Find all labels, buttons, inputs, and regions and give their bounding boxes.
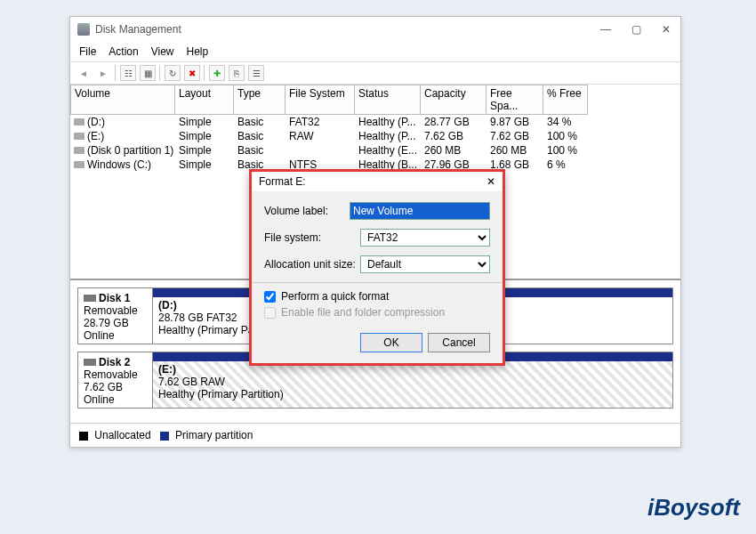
- col-free[interactable]: Free Spa...: [487, 85, 543, 115]
- drive-icon: [74, 133, 84, 140]
- legend-unallocated-swatch: [79, 432, 88, 441]
- col-type[interactable]: Type: [234, 85, 286, 115]
- dialog-titlebar: Format E: ✕: [252, 172, 503, 191]
- legend-primary-label: Primary partition: [175, 429, 253, 441]
- quick-format-checkbox[interactable]: [264, 291, 276, 303]
- disk-icon: [84, 359, 96, 366]
- new-icon[interactable]: ✚: [209, 65, 225, 81]
- legend-primary-swatch: [160, 432, 169, 441]
- window-title: Disk Management: [95, 23, 599, 36]
- drive-icon: [74, 118, 84, 125]
- titlebar: Disk Management — ▢ ✕: [70, 17, 680, 42]
- watermark: iBoysoft: [647, 494, 740, 522]
- tree-icon[interactable]: ☷: [120, 65, 136, 81]
- menu-file[interactable]: File: [79, 45, 96, 58]
- file-system-select[interactable]: FAT32: [360, 229, 490, 247]
- options-icon[interactable]: ☰: [248, 65, 264, 81]
- col-volume[interactable]: Volume: [70, 85, 175, 115]
- col-status[interactable]: Status: [355, 85, 421, 115]
- compression-label: Enable file and folder compression: [281, 306, 445, 319]
- allocation-size-select[interactable]: Default: [360, 255, 490, 273]
- format-dialog: Format E: ✕ Volume label: File system: F…: [249, 169, 505, 366]
- volume-row[interactable]: (Disk 0 partition 1)SimpleBasicHealthy (…: [70, 143, 680, 158]
- volume-row[interactable]: (D:)SimpleBasicFAT32Healthy (P...28.77 G…: [70, 115, 680, 129]
- dialog-close-icon[interactable]: ✕: [487, 175, 495, 188]
- minimize-button[interactable]: —: [599, 23, 613, 36]
- col-capacity[interactable]: Capacity: [421, 85, 487, 115]
- app-icon: [77, 23, 90, 36]
- menu-help[interactable]: Help: [187, 45, 209, 58]
- back-icon[interactable]: ◄: [76, 65, 92, 81]
- close-button[interactable]: ✕: [659, 23, 673, 36]
- disk-icon: [84, 295, 96, 302]
- plug-icon[interactable]: ⎘: [229, 65, 245, 81]
- delete-icon[interactable]: ✖: [184, 65, 200, 81]
- menu-view[interactable]: View: [151, 45, 174, 58]
- ok-button[interactable]: OK: [360, 333, 422, 352]
- separator: [204, 65, 205, 81]
- column-headers: Volume Layout Type File System Status Ca…: [70, 85, 680, 115]
- forward-icon[interactable]: ►: [95, 65, 111, 81]
- disk-info: Disk 1Removable28.79 GBOnline: [78, 288, 153, 344]
- file-system-label: File system:: [264, 231, 360, 244]
- legend: Unallocated Primary partition: [70, 423, 680, 447]
- refresh-icon[interactable]: ↻: [165, 65, 181, 81]
- maximize-button[interactable]: ▢: [629, 23, 643, 36]
- col-fs[interactable]: File System: [286, 85, 355, 115]
- disk-info: Disk 2Removable7.62 GBOnline: [78, 352, 153, 408]
- drive-icon: [74, 161, 84, 168]
- menu-action[interactable]: Action: [109, 45, 138, 58]
- col-layout[interactable]: Layout: [175, 85, 234, 115]
- volume-label-label: Volume label:: [264, 205, 350, 217]
- col-pct[interactable]: % Free: [543, 85, 588, 115]
- cancel-button[interactable]: Cancel: [428, 333, 490, 352]
- quick-format-label: Perform a quick format: [281, 290, 389, 303]
- toolbar: ◄ ► ☷ ▦ ↻ ✖ ✚ ⎘ ☰: [70, 61, 680, 85]
- properties-icon[interactable]: ▦: [140, 65, 156, 81]
- separator: [159, 65, 161, 81]
- allocation-size-label: Allocation unit size:: [264, 258, 360, 271]
- drive-icon: [74, 147, 84, 154]
- separator: [115, 65, 117, 81]
- dialog-title: Format E:: [259, 175, 487, 188]
- volume-row[interactable]: (E:)SimpleBasicRAWHealthy (P...7.62 GB7.…: [70, 129, 680, 143]
- menubar: File Action View Help: [70, 42, 680, 61]
- volume-label-input[interactable]: [350, 202, 490, 220]
- compression-checkbox: [264, 307, 276, 319]
- legend-unallocated-label: Unallocated: [94, 429, 150, 441]
